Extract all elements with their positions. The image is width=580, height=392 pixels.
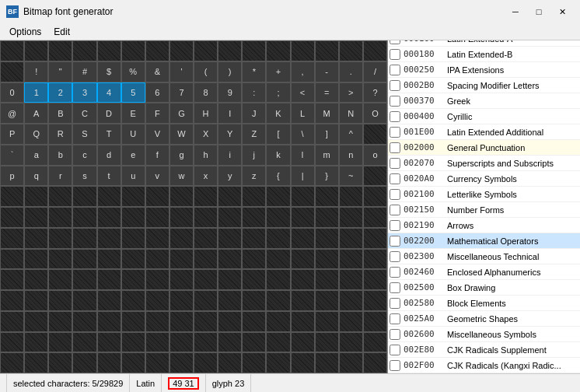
grid-cell[interactable]: : bbox=[242, 82, 266, 103]
grid-cell[interactable]: , bbox=[291, 61, 315, 82]
grid-cell[interactable]: " bbox=[48, 61, 72, 82]
grid-cell[interactable] bbox=[24, 269, 48, 290]
grid-cell[interactable] bbox=[291, 290, 315, 311]
grid-cell[interactable]: 3 bbox=[72, 82, 96, 103]
grid-cell[interactable]: ; bbox=[266, 82, 290, 103]
grid-cell[interactable]: K bbox=[266, 103, 290, 124]
grid-cell[interactable]: 8 bbox=[194, 82, 218, 103]
grid-cell[interactable] bbox=[72, 332, 96, 353]
grid-cell[interactable] bbox=[48, 249, 72, 270]
grid-cell[interactable] bbox=[339, 269, 363, 290]
grid-cell[interactable] bbox=[97, 290, 121, 311]
grid-cell[interactable] bbox=[0, 311, 24, 332]
unicode-panel[interactable]: 000000Latin000080Latin-1 Supplement00010… bbox=[387, 40, 580, 373]
grid-cell[interactable] bbox=[339, 249, 363, 270]
grid-cell[interactable] bbox=[218, 207, 242, 228]
unicode-list-item[interactable]: 001E00Latin Extended Additional bbox=[388, 124, 580, 140]
grid-cell[interactable]: X bbox=[194, 124, 218, 145]
unicode-list-item[interactable]: 002F00CJK Radicals (Kangxi Radic... bbox=[388, 358, 580, 373]
grid-cell[interactable] bbox=[339, 186, 363, 207]
unicode-checkbox[interactable] bbox=[390, 80, 400, 91]
unicode-list-item[interactable]: 002150Number Forms bbox=[388, 202, 580, 218]
grid-cell[interactable] bbox=[169, 228, 194, 249]
grid-cell[interactable] bbox=[363, 290, 387, 311]
grid-cell[interactable]: @ bbox=[0, 103, 24, 124]
grid-cell[interactable] bbox=[72, 352, 96, 373]
grid-cell[interactable] bbox=[121, 352, 145, 373]
grid-cell[interactable]: } bbox=[315, 166, 339, 187]
grid-cell[interactable] bbox=[24, 311, 48, 332]
grid-cell[interactable]: O bbox=[363, 103, 387, 124]
unicode-checkbox[interactable] bbox=[390, 329, 400, 340]
grid-cell[interactable] bbox=[0, 228, 24, 249]
grid-cell[interactable]: e bbox=[121, 145, 145, 166]
grid-cell[interactable] bbox=[266, 290, 290, 311]
grid-cell[interactable] bbox=[363, 40, 387, 61]
grid-cell[interactable]: ( bbox=[194, 61, 218, 82]
grid-cell[interactable] bbox=[291, 311, 315, 332]
grid-cell[interactable]: Y bbox=[218, 124, 242, 145]
grid-cell[interactable] bbox=[266, 332, 290, 353]
grid-cell[interactable]: m bbox=[315, 145, 339, 166]
grid-cell[interactable]: $ bbox=[97, 61, 121, 82]
grid-cell[interactable]: o bbox=[363, 145, 387, 166]
grid-cell[interactable] bbox=[339, 40, 363, 61]
grid-cell[interactable] bbox=[266, 207, 290, 228]
grid-cell[interactable]: ' bbox=[169, 61, 194, 82]
unicode-list-item[interactable]: 002460Enclosed Alphanumerics bbox=[388, 264, 580, 280]
unicode-list-item[interactable]: 0025A0Geometric Shapes bbox=[388, 311, 580, 327]
grid-cell[interactable]: M bbox=[315, 103, 339, 124]
unicode-list-item[interactable]: 0020A0Currency Symbols bbox=[388, 171, 580, 187]
grid-cell[interactable] bbox=[97, 207, 121, 228]
grid-cell[interactable] bbox=[72, 311, 96, 332]
unicode-checkbox[interactable] bbox=[390, 40, 400, 44]
unicode-checkbox[interactable] bbox=[390, 127, 400, 138]
grid-cell[interactable] bbox=[291, 228, 315, 249]
unicode-list-item[interactable]: 000180Latin Extended-B bbox=[388, 47, 580, 62]
grid-cell[interactable] bbox=[363, 124, 387, 145]
grid-cell[interactable] bbox=[315, 311, 339, 332]
grid-cell[interactable] bbox=[218, 40, 242, 61]
grid-cell[interactable] bbox=[48, 207, 72, 228]
grid-cell[interactable]: \ bbox=[291, 124, 315, 145]
grid-cell[interactable]: 9 bbox=[218, 82, 242, 103]
grid-cell[interactable] bbox=[0, 269, 24, 290]
grid-cell[interactable]: ! bbox=[24, 61, 48, 82]
unicode-checkbox[interactable] bbox=[390, 96, 400, 107]
grid-cell[interactable]: w bbox=[169, 166, 194, 187]
grid-cell[interactable] bbox=[266, 311, 290, 332]
grid-cell[interactable]: i bbox=[218, 145, 242, 166]
unicode-list-item[interactable]: 002190Arrows bbox=[388, 218, 580, 233]
grid-cell[interactable] bbox=[315, 207, 339, 228]
grid-cell[interactable] bbox=[72, 228, 96, 249]
grid-cell[interactable] bbox=[24, 332, 48, 353]
grid-cell[interactable] bbox=[242, 186, 266, 207]
unicode-list-item[interactable]: 000100Latin Extended-A bbox=[388, 40, 580, 47]
grid-cell[interactable] bbox=[121, 311, 145, 332]
grid-cell[interactable] bbox=[194, 311, 218, 332]
grid-cell[interactable] bbox=[48, 352, 72, 373]
grid-cell[interactable] bbox=[145, 269, 169, 290]
grid-cell[interactable] bbox=[169, 290, 194, 311]
grid-cell[interactable]: x bbox=[194, 166, 218, 187]
unicode-checkbox[interactable] bbox=[390, 236, 400, 247]
unicode-checkbox[interactable] bbox=[390, 282, 400, 293]
grid-cell[interactable]: = bbox=[315, 82, 339, 103]
grid-cell[interactable] bbox=[72, 249, 96, 270]
grid-cell[interactable]: n bbox=[339, 145, 363, 166]
grid-cell[interactable] bbox=[339, 290, 363, 311]
grid-cell[interactable] bbox=[0, 249, 24, 270]
menu-options[interactable]: Options bbox=[3, 25, 47, 39]
grid-cell[interactable]: h bbox=[194, 145, 218, 166]
grid-cell[interactable] bbox=[242, 249, 266, 270]
grid-cell[interactable] bbox=[218, 311, 242, 332]
grid-cell[interactable]: Z bbox=[242, 124, 266, 145]
grid-cell[interactable] bbox=[291, 186, 315, 207]
grid-cell[interactable]: ] bbox=[315, 124, 339, 145]
grid-cell[interactable] bbox=[242, 228, 266, 249]
grid-cell[interactable] bbox=[24, 228, 48, 249]
grid-cell[interactable] bbox=[48, 269, 72, 290]
grid-cell[interactable] bbox=[315, 269, 339, 290]
unicode-list-item[interactable]: 002200Mathematical Operators bbox=[388, 233, 580, 249]
grid-cell[interactable] bbox=[0, 186, 24, 207]
